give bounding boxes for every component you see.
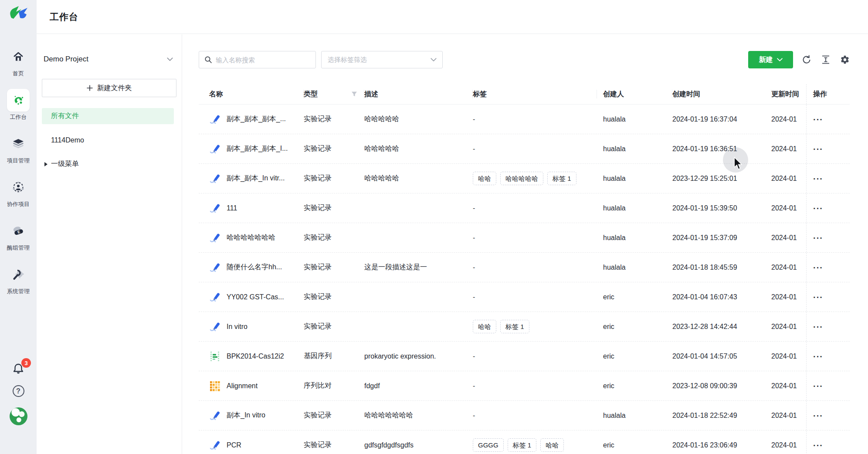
new-folder-button[interactable]: 新建文件夹 [42, 79, 176, 97]
file-type-cell: 实验记录 [304, 134, 364, 163]
file-name-cell[interactable]: 随便什么名字hh... [199, 253, 304, 282]
row-more-actions-button[interactable]: ··· [813, 411, 823, 420]
settings-gear-icon[interactable] [840, 55, 850, 64]
file-name[interactable]: YY002 GST-Cas... [227, 293, 284, 301]
file-tags-cell: - [473, 371, 597, 400]
filter-icon[interactable] [351, 91, 357, 97]
table-header-row: 名称类型描述标签创建人创建时间更新时间操作 [199, 84, 850, 105]
row-more-actions-button[interactable]: ··· [813, 322, 823, 331]
file-name-cell[interactable]: 副本_副本_In vitr... [199, 164, 304, 193]
file-name[interactable]: 副本_In vitro [227, 411, 265, 420]
sidebar-item-project-management[interactable]: 项目管理 [7, 132, 30, 165]
tree-item-level-menu[interactable]: 一级菜单 [42, 156, 174, 172]
tree-item-all-files[interactable]: 所有文件 [42, 108, 174, 124]
table-row[interactable]: 副本_In vitro实验记录哈哈哈哈哈哈哈-hualala2024-01-18… [199, 401, 850, 430]
row-more-actions-button[interactable]: ··· [813, 204, 823, 213]
file-name-cell[interactable]: In vitro [199, 312, 304, 341]
file-type-cell: 实验记录 [304, 105, 364, 134]
updated-time-cell: 2024-01 [771, 134, 806, 163]
file-name-cell[interactable]: 哈哈哈哈哈哈哈 [199, 223, 304, 252]
file-name-cell[interactable]: PCR [199, 430, 304, 454]
tree-item-1114demo[interactable]: 1114Demo [42, 132, 174, 148]
updated-time-cell: 2024-01 [771, 223, 806, 252]
file-name-cell[interactable]: 111 [199, 193, 304, 223]
file-name[interactable]: PCR [227, 441, 241, 449]
sidebar-item-workbench[interactable]: 工作台 [7, 89, 30, 121]
file-name-cell[interactable]: Alignment [199, 371, 304, 400]
empty-tag-dash: - [473, 234, 475, 242]
file-tags-cell: GGGG标签 1哈哈 [473, 430, 597, 454]
empty-tag-dash: - [473, 382, 475, 390]
row-more-actions-button[interactable]: ··· [813, 115, 823, 124]
search-box[interactable] [199, 51, 316, 68]
file-name[interactable]: 副本_副本_副本_I... [227, 144, 288, 153]
file-name[interactable]: 副本_副本_In vitr... [227, 174, 285, 183]
collaboration-icon [7, 176, 30, 199]
experiment-icon [209, 203, 220, 214]
row-more-actions-button[interactable]: ··· [813, 234, 823, 242]
row-more-actions-button[interactable]: ··· [813, 352, 823, 361]
table-row[interactable]: 随便什么名字hh...实验记录这是一段描述这是一-hualala2024-01-… [199, 253, 850, 282]
search-input[interactable] [216, 56, 315, 64]
caret-right-icon[interactable] [44, 162, 47, 166]
tag-filter-select[interactable]: 选择标签筛选 [321, 51, 443, 68]
table-row[interactable]: 111实验记录-hualala2024-01-19 15:39:502024-0… [199, 193, 850, 223]
table-row[interactable]: 副本_副本_副本_I...实验记录哈哈哈哈哈-hualala2024-01-19… [199, 134, 850, 164]
file-desc-cell: gdfsgfdgdfsgdfs [364, 430, 473, 454]
sidebar-item-collaboration[interactable]: 协作项目 [7, 176, 30, 208]
refresh-icon[interactable] [802, 55, 811, 64]
notifications-button[interactable]: 3 [12, 363, 25, 376]
file-name-cell[interactable]: 副本_副本_副本_I... [199, 134, 304, 163]
file-name-cell[interactable]: YY002 GST-Cas... [199, 282, 304, 312]
created-time-cell: 2024-01-19 16:36:51 [672, 134, 771, 163]
column-header-label: 标签 [473, 90, 487, 99]
tag-badge: 标签 1 [547, 172, 576, 186]
table-row[interactable]: 哈哈哈哈哈哈哈实验记录-hualala2024-01-19 15:37:0920… [199, 223, 850, 253]
row-more-actions-button[interactable]: ··· [813, 382, 823, 390]
created-time-cell: 2023-12-28 14:42:44 [672, 312, 771, 341]
experiment-icon [209, 232, 220, 244]
create-button[interactable]: 新建 [748, 51, 793, 68]
file-name-cell[interactable]: BPK2014-Cas12i2 [199, 342, 304, 371]
sidebar-item-system-management[interactable]: 系统管理 [7, 263, 30, 295]
row-more-actions-button[interactable]: ··· [813, 174, 823, 183]
row-more-actions-button[interactable]: ··· [813, 441, 823, 450]
experiment-icon [209, 114, 220, 125]
file-name-cell[interactable]: 副本_副本_副本_... [199, 105, 304, 134]
search-icon [204, 56, 212, 64]
file-name[interactable]: In vitro [227, 323, 248, 331]
column-height-icon[interactable] [821, 55, 831, 64]
table-row[interactable]: PCR实验记录gdfsgfdgdfsgdfsGGGG标签 1哈哈eric2024… [199, 430, 850, 454]
sidebar-item-label: 首页 [13, 70, 24, 78]
file-name[interactable]: 哈哈哈哈哈哈哈 [227, 233, 275, 242]
experiment-icon [209, 143, 220, 155]
column-header-label: 类型 [304, 90, 318, 99]
file-name[interactable]: 副本_副本_副本_... [227, 115, 286, 124]
sidebar-item-enzyme-management[interactable]: E酶组管理 [7, 220, 30, 252]
file-name[interactable]: Alignment [227, 382, 258, 390]
system-icon [7, 263, 30, 286]
row-actions-cell: ··· [806, 371, 850, 400]
file-name[interactable]: 随便什么名字hh... [227, 263, 282, 272]
table-row[interactable]: In vitro实验记录哈哈标签 1eric2023-12-28 14:42:4… [199, 312, 850, 342]
creator-cell: eric [597, 312, 672, 341]
file-name-cell[interactable]: 副本_In vitro [199, 401, 304, 430]
column-header-label: 名称 [209, 90, 223, 99]
toolbar: 选择标签筛选 新建 [199, 51, 850, 68]
table-row[interactable]: YY002 GST-Cas...实验记录-eric2024-01-04 16:0… [199, 282, 850, 312]
file-name[interactable]: BPK2014-Cas12i2 [227, 352, 284, 360]
table-row[interactable]: Alignment序列比对fdgdf-eric2023-12-08 09:00:… [199, 371, 850, 401]
help-button[interactable]: ? [13, 385, 24, 397]
project-selector[interactable]: Demo Project [44, 52, 173, 67]
sidebar-item-home[interactable]: 首页 [7, 45, 30, 78]
page-title: 工作台 [50, 11, 78, 23]
table-row[interactable]: BPK2014-Cas12i2基因序列prokaryotic expressio… [199, 342, 850, 371]
user-avatar[interactable] [10, 407, 27, 425]
file-name[interactable]: 111 [227, 204, 237, 212]
row-more-actions-button[interactable]: ··· [813, 263, 823, 272]
table-row[interactable]: 副本_副本_In vitr...实验记录哈哈哈哈哈哈哈哈哈哈哈哈标签 1hual… [199, 164, 850, 193]
row-more-actions-button[interactable]: ··· [813, 145, 823, 153]
row-more-actions-button[interactable]: ··· [813, 293, 823, 302]
sidebar-item-label: 项目管理 [7, 157, 30, 165]
table-row[interactable]: 副本_副本_副本_...实验记录哈哈哈哈哈-hualala2024-01-19 … [199, 105, 850, 134]
